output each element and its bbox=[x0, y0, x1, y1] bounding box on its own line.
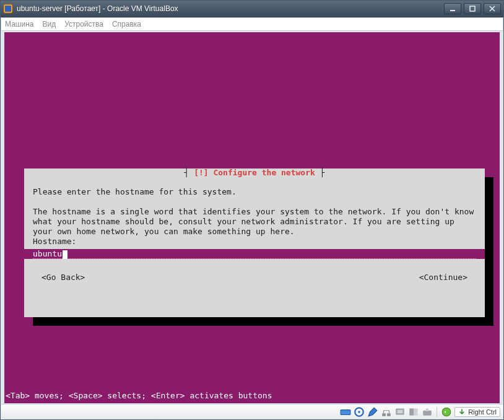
installer-screen: ┤ [!] Configure the network ├ Please ent… bbox=[4, 32, 500, 403]
continue-button[interactable]: <Continue> bbox=[419, 273, 467, 282]
configure-network-dialog: ┤ [!] Configure the network ├ Please ent… bbox=[24, 168, 485, 317]
svg-rect-11 bbox=[409, 408, 414, 415]
svg-rect-12 bbox=[414, 408, 418, 415]
menubar: Машина Вид Устройства Справка bbox=[1, 17, 503, 31]
dialog-title: [!] Configure the network bbox=[194, 168, 315, 177]
window-title: ubuntu-server [Работает] - Oracle VM Vir… bbox=[17, 4, 178, 13]
hostname-value: ubuntu bbox=[33, 249, 62, 258]
go-back-button[interactable]: <Go Back> bbox=[41, 273, 85, 282]
svg-rect-4 bbox=[341, 409, 350, 414]
statusbar: Right Ctrl bbox=[1, 404, 503, 419]
menu-view[interactable]: Вид bbox=[42, 20, 56, 28]
svg-rect-7 bbox=[382, 413, 386, 416]
virtualbox-icon bbox=[3, 4, 13, 14]
pen-icon[interactable] bbox=[367, 406, 378, 418]
hostname-label: Hostname: bbox=[33, 237, 476, 247]
menu-devices[interactable]: Устройства bbox=[64, 20, 103, 28]
titlebar[interactable]: ubuntu-server [Работает] - Oracle VM Vir… bbox=[1, 1, 503, 17]
svg-rect-14 bbox=[426, 408, 429, 411]
dialog-intro: Please enter the hostname for this syste… bbox=[33, 187, 476, 197]
mouse-icon[interactable] bbox=[394, 406, 406, 418]
hostkey-indicator[interactable]: Right Ctrl bbox=[454, 407, 500, 417]
svg-point-6 bbox=[358, 411, 360, 413]
usb-icon[interactable] bbox=[408, 406, 419, 418]
svg-rect-3 bbox=[470, 6, 475, 11]
dialog-description: The hostname is a single word that ident… bbox=[33, 207, 476, 237]
hostkey-label: Right Ctrl bbox=[468, 408, 497, 416]
cd-icon[interactable] bbox=[354, 406, 365, 418]
svg-rect-13 bbox=[423, 410, 432, 415]
arrow-down-icon bbox=[458, 408, 466, 416]
virtualbox-window: ubuntu-server [Работает] - Oracle VM Vir… bbox=[0, 0, 504, 420]
text-cursor bbox=[63, 250, 67, 259]
vm-display[interactable]: ┤ [!] Configure the network ├ Please ent… bbox=[4, 32, 500, 403]
window-controls bbox=[444, 3, 501, 14]
svg-rect-10 bbox=[398, 409, 403, 413]
menu-help[interactable]: Справка bbox=[112, 20, 141, 28]
sound-icon[interactable] bbox=[441, 406, 452, 418]
svg-point-15 bbox=[442, 408, 451, 416]
svg-rect-2 bbox=[450, 10, 455, 11]
svg-rect-1 bbox=[5, 6, 11, 12]
minimize-button[interactable] bbox=[444, 3, 461, 14]
net-icon[interactable] bbox=[381, 406, 392, 418]
keybinding-hint: <Tab> moves; <Space> selects; <Enter> ac… bbox=[4, 391, 272, 401]
hdd-icon[interactable] bbox=[340, 406, 351, 418]
svg-rect-8 bbox=[387, 413, 391, 416]
menu-machine[interactable]: Машина bbox=[5, 20, 33, 28]
maximize-button[interactable] bbox=[464, 3, 481, 14]
hostname-input[interactable]: ubuntu bbox=[24, 249, 485, 259]
dialog-title-bar: ┤ [!] Configure the network ├ bbox=[24, 168, 485, 178]
share-icon[interactable] bbox=[422, 406, 433, 418]
close-button[interactable] bbox=[484, 3, 501, 14]
